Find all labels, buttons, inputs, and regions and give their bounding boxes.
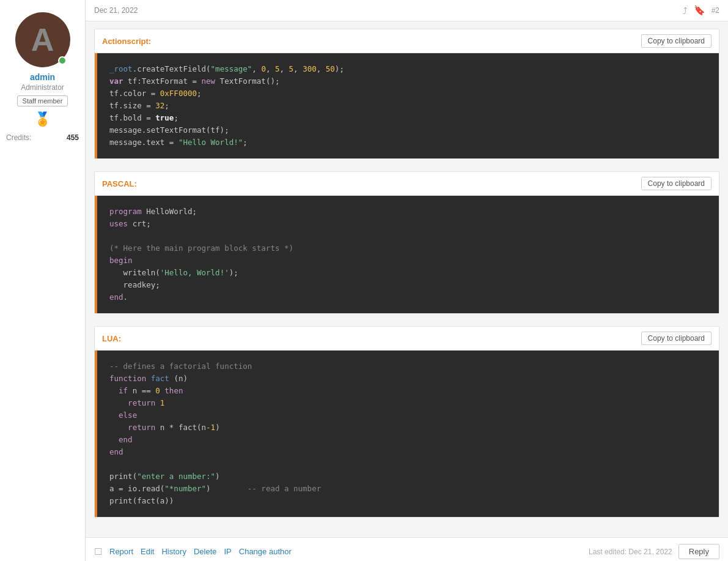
post-header-left: Dec 21, 2022 bbox=[94, 6, 138, 15]
main-content: Dec 21, 2022 ⤴ 🔖 #2 Actionscript: Copy t… bbox=[86, 0, 728, 561]
pascal-header: PASCAL: Copy to clipboard bbox=[95, 172, 719, 196]
pascal-lang: PASCAL: bbox=[102, 179, 137, 188]
last-edited: Last edited: Dec 21, 2022 bbox=[589, 548, 672, 556]
post-header: Dec 21, 2022 ⤴ 🔖 #2 bbox=[86, 0, 728, 21]
actionscript-header: Actionscript: Copy to clipboard bbox=[95, 29, 719, 53]
footer-left: ☐ Report Edit History Delete IP Change a… bbox=[94, 546, 292, 557]
copy-actionscript-button[interactable]: Copy to clipboard bbox=[641, 34, 711, 48]
actionscript-code: _root.createTextField("message", 0, 5, 5… bbox=[95, 53, 719, 158]
pascal-code: program HelloWorld; uses crt; (* Here th… bbox=[95, 196, 719, 313]
user-role: Administrator bbox=[21, 83, 64, 92]
credits-label: Credits: bbox=[6, 133, 31, 142]
actionscript-lang: Actionscript: bbox=[102, 37, 151, 46]
online-indicator bbox=[58, 56, 67, 65]
post-footer: ☐ Report Edit History Delete IP Change a… bbox=[86, 537, 728, 561]
bookmark-icon[interactable]: 🔖 bbox=[694, 5, 705, 16]
post-header-right: ⤴ 🔖 #2 bbox=[683, 5, 719, 16]
share-icon[interactable]: ⤴ bbox=[683, 6, 688, 16]
credits-row: Credits: 455 bbox=[0, 133, 85, 142]
sidebar: A admin Administrator Staff member 🏅 Cre… bbox=[0, 0, 86, 561]
lua-code: -- defines a factorial function function… bbox=[95, 351, 719, 517]
pascal-section: PASCAL: Copy to clipboard program HelloW… bbox=[94, 171, 719, 314]
post-body: Actionscript: Copy to clipboard _root.cr… bbox=[86, 21, 728, 537]
post-date: Dec 21, 2022 bbox=[94, 6, 138, 15]
select-checkbox[interactable]: ☐ bbox=[94, 546, 102, 557]
lua-lang: LUA: bbox=[102, 334, 121, 343]
history-link[interactable]: History bbox=[161, 547, 186, 556]
staff-badge: Staff member bbox=[17, 95, 68, 106]
footer-right: Last edited: Dec 21, 2022 Reply bbox=[589, 544, 719, 559]
lua-header: LUA: Copy to clipboard bbox=[95, 327, 719, 351]
reply-button[interactable]: Reply bbox=[678, 544, 719, 559]
avatar-letter: A bbox=[31, 21, 54, 58]
award-icon: 🏅 bbox=[34, 111, 51, 127]
post-number: #2 bbox=[711, 6, 719, 15]
username[interactable]: admin bbox=[30, 72, 55, 82]
actionscript-section: Actionscript: Copy to clipboard _root.cr… bbox=[94, 29, 719, 159]
ip-link[interactable]: IP bbox=[224, 547, 231, 556]
report-link[interactable]: Report bbox=[109, 547, 133, 556]
copy-pascal-button[interactable]: Copy to clipboard bbox=[641, 177, 711, 190]
copy-lua-button[interactable]: Copy to clipboard bbox=[641, 332, 711, 345]
credits-value: 455 bbox=[67, 133, 79, 142]
change-author-link[interactable]: Change author bbox=[239, 547, 292, 556]
edit-link[interactable]: Edit bbox=[141, 547, 154, 556]
avatar: A bbox=[15, 12, 70, 67]
lua-section: LUA: Copy to clipboard -- defines a fact… bbox=[94, 326, 719, 518]
delete-link[interactable]: Delete bbox=[194, 547, 217, 556]
